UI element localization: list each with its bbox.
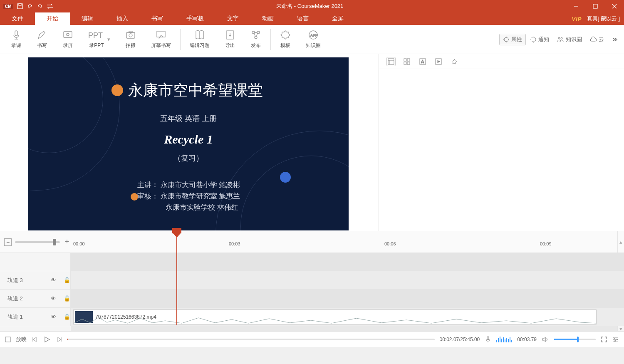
svg-rect-6 xyxy=(15,31,17,36)
ribbon-publish[interactable]: 发布 xyxy=(243,27,269,52)
menu-write[interactable]: 书写 xyxy=(140,12,175,25)
ribbon-screenwrite[interactable]: 屏幕书写 xyxy=(144,27,178,52)
ribbon: 录课 书写 录屏 PPT录PPT▾ 拍摄 屏幕书写 编辑习题 导出 发布 模板 … xyxy=(0,25,624,54)
panel-props[interactable]: 属性 xyxy=(499,34,526,45)
sidetab-play-icon[interactable] xyxy=(434,57,443,66)
ribbon-record[interactable]: 录课 xyxy=(3,27,29,52)
menu-edit[interactable]: 编辑 xyxy=(70,12,105,25)
timeline-scroll-down-icon[interactable]: ▾ xyxy=(617,326,624,331)
video-clip[interactable]: 797877201251663872.mp4 xyxy=(73,310,597,324)
prev-button[interactable] xyxy=(32,336,38,343)
app-logo: CM xyxy=(3,4,13,9)
svg-rect-28 xyxy=(404,62,406,64)
menu-start[interactable]: 开始 xyxy=(35,12,70,25)
mic-icon[interactable] xyxy=(485,336,491,343)
playhead[interactable] xyxy=(176,231,177,325)
ribbon-template[interactable]: 模板 xyxy=(272,27,298,52)
volume-icon[interactable] xyxy=(542,336,549,343)
svg-point-17 xyxy=(255,36,257,39)
stop-button[interactable] xyxy=(5,337,11,342)
menu-fullscreen[interactable]: 全屏 xyxy=(320,12,355,25)
close-button[interactable] xyxy=(605,0,624,12)
ribbon-shoot[interactable]: 拍摄 xyxy=(118,27,144,52)
ribbon-write[interactable]: 书写 xyxy=(29,27,55,52)
menu-text[interactable]: 文字 xyxy=(215,12,250,25)
swap-icon[interactable] xyxy=(47,3,53,10)
ribbon-exercise[interactable]: 编辑习题 xyxy=(182,27,217,52)
ribbon-export[interactable]: 导出 xyxy=(217,27,243,52)
vip-badge[interactable]: VIP xyxy=(572,16,582,22)
ribbon-screen[interactable]: 录屏 xyxy=(55,27,81,52)
menu-tablet[interactable]: 手写板 xyxy=(175,12,215,25)
ribbon-circle[interactable]: APP知识圈 xyxy=(298,27,328,52)
svg-rect-26 xyxy=(404,59,406,61)
sidetab-grid-icon[interactable] xyxy=(402,57,411,66)
redo-icon[interactable] xyxy=(37,3,43,10)
minimize-button[interactable] xyxy=(567,0,586,12)
svg-point-22 xyxy=(561,37,562,39)
mic-level-icon xyxy=(496,337,512,342)
track-3-body[interactable] xyxy=(71,271,624,289)
panel-more-icon[interactable] xyxy=(608,35,621,44)
lock-icon[interactable]: 🔓 xyxy=(64,314,70,320)
play-button[interactable] xyxy=(43,336,51,343)
eye-icon[interactable]: 👁 xyxy=(51,314,56,320)
svg-rect-7 xyxy=(64,32,72,37)
track-spacer xyxy=(0,253,624,271)
dropdown-icon[interactable]: ▾ xyxy=(107,36,110,42)
lock-icon[interactable]: 🔓 xyxy=(64,277,70,283)
timeline: − + 00:00 00:03 00:06 00:09 ▴ 轨道 3👁🔓 轨道 … xyxy=(0,231,624,331)
panel-circle[interactable]: 知识圈 xyxy=(553,34,585,45)
eye-icon[interactable]: 👁 xyxy=(51,295,56,302)
slide-note: （复习） xyxy=(28,153,349,163)
track-2-body[interactable] xyxy=(71,290,624,307)
svg-rect-10 xyxy=(126,32,135,38)
svg-rect-0 xyxy=(17,4,22,9)
svg-rect-12 xyxy=(129,31,132,32)
zoom-out-button[interactable]: − xyxy=(4,238,12,246)
slide-preview[interactable]: 永康市空中希望课堂 五年级 英语 上册 Recycle 1 （复习） 主讲： 永… xyxy=(28,57,349,230)
zoom-slider[interactable] xyxy=(15,241,60,243)
time-ruler[interactable]: 00:00 00:03 00:06 00:09 xyxy=(71,231,617,253)
lock-icon[interactable]: 🔓 xyxy=(64,295,70,302)
svg-text:APP: APP xyxy=(310,33,318,37)
slide-subtitle: 五年级 英语 上册 xyxy=(28,114,349,124)
zoom-in-button[interactable]: + xyxy=(63,238,71,246)
progress-bar[interactable] xyxy=(67,339,435,340)
save-icon[interactable] xyxy=(17,3,23,10)
timeline-scroll-up-icon[interactable]: ▴ xyxy=(617,231,624,253)
titlebar: CM 未命名 - CourseMaker 2021 xyxy=(0,0,624,12)
menu-file[interactable]: 文件 xyxy=(0,12,35,25)
svg-rect-3 xyxy=(593,4,597,8)
timeline-hscroll[interactable] xyxy=(71,326,617,331)
track-1-body[interactable]: 797877201251663872.mp4 xyxy=(71,308,624,326)
ribbon-ppt[interactable]: PPT录PPT▾ xyxy=(81,27,118,52)
menu-anim[interactable]: 动画 xyxy=(250,12,285,25)
playbar: 放映 00:02.07/25:45.00 00:03.79 xyxy=(0,331,624,347)
menu-insert[interactable]: 插入 xyxy=(105,12,140,25)
track-2: 轨道 2👁🔓 xyxy=(0,290,624,308)
next-button[interactable] xyxy=(56,336,62,343)
settings-icon[interactable] xyxy=(612,336,619,343)
rec-time: 00:03.79 xyxy=(517,337,537,342)
svg-point-21 xyxy=(558,37,560,39)
panel-cloud[interactable]: 云 xyxy=(586,34,607,45)
preview-area: 永康市空中希望课堂 五年级 英语 上册 Recycle 1 （复习） 主讲： 永… xyxy=(0,54,379,231)
slide-reviewer1: 审核： 永康市教学研究室 施惠兰 xyxy=(137,191,349,201)
volume-slider[interactable] xyxy=(554,339,596,340)
menubar: 文件 开始 编辑 插入 书写 手写板 文字 动画 语言 全屏 VIP 真真[ 蒙… xyxy=(0,12,624,25)
sidetab-layout-icon[interactable] xyxy=(386,57,396,66)
eye-icon[interactable]: 👁 xyxy=(51,277,56,283)
sidetab-text-icon[interactable]: A xyxy=(418,57,427,66)
window-title: 未命名 - CourseMaker 2021 xyxy=(53,2,567,10)
maximize-button[interactable] xyxy=(586,0,605,12)
fullscreen-icon[interactable] xyxy=(601,336,607,343)
panel-notify[interactable]: 通知 xyxy=(527,34,552,45)
menu-lang[interactable]: 语言 xyxy=(285,12,320,25)
undo-icon[interactable] xyxy=(27,3,33,10)
slide-presenter: 主讲： 永康市大司巷小学 鲍凌彬 xyxy=(137,180,349,190)
svg-rect-27 xyxy=(407,59,410,61)
slide-main: Recycle 1 xyxy=(28,132,349,146)
sidetab-star-icon[interactable] xyxy=(450,57,459,66)
account-label[interactable]: 真真[ 蒙以云 ] xyxy=(587,15,620,22)
